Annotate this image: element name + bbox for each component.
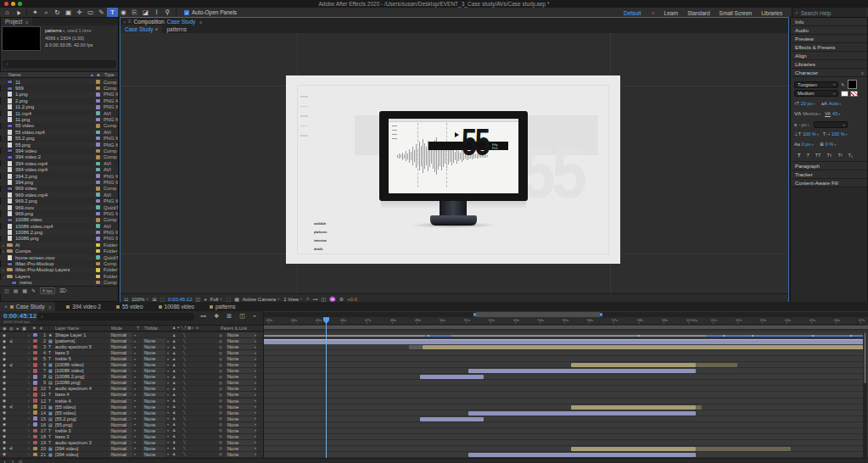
layer-bar[interactable] bbox=[571, 447, 696, 451]
workspace-learn[interactable]: Learn bbox=[664, 10, 679, 16]
twirl-icon[interactable]: › bbox=[28, 410, 30, 415]
layer-mode-select[interactable]: Normal bbox=[109, 344, 132, 349]
new-folder-icon[interactable]: ▤ bbox=[14, 287, 19, 293]
layer-bar[interactable] bbox=[706, 335, 865, 337]
project-item[interactable]: 55.2.pngPNG file bbox=[0, 136, 118, 142]
eye-icon[interactable]: ◉ bbox=[3, 339, 6, 343]
panel-section-libraries[interactable]: Libraries bbox=[791, 60, 867, 69]
grid-options-icon[interactable]: ⊞ bbox=[152, 296, 156, 302]
project-item[interactable]: 11.mp4AVI bbox=[0, 110, 118, 116]
tool-pen[interactable]: ✎ bbox=[96, 8, 107, 18]
project-item[interactable]: 969Comp bbox=[0, 85, 118, 91]
quality-switch-icon[interactable]: ╲ bbox=[183, 357, 186, 361]
layer-parent-select[interactable]: None bbox=[226, 350, 256, 355]
layer-label-swatch[interactable] bbox=[33, 363, 37, 367]
layer-trkmat-select[interactable]: None bbox=[143, 404, 165, 410]
collapse-switch-icon[interactable]: ♟ bbox=[172, 393, 176, 397]
quality-switch-icon[interactable]: ╲ bbox=[183, 351, 186, 355]
layer-mode-select[interactable]: Normal bbox=[109, 362, 132, 367]
project-item[interactable]: 11Comp bbox=[0, 79, 118, 85]
label-swatch[interactable] bbox=[96, 162, 100, 166]
eye-icon[interactable]: ◉ bbox=[3, 375, 6, 379]
layer-parent-select[interactable]: None bbox=[226, 356, 256, 361]
trash-icon[interactable]: ⌦ bbox=[59, 287, 66, 293]
layer-label-swatch[interactable] bbox=[33, 351, 37, 355]
quality-switch-icon[interactable]: ╲ bbox=[183, 452, 186, 456]
layer-mode-select[interactable]: Normal bbox=[109, 338, 132, 343]
layer-trkmat-select[interactable]: None bbox=[143, 344, 165, 349]
panel-section-paragraph[interactable]: Paragraph bbox=[791, 162, 867, 170]
collapse-switch-icon[interactable]: ♟ bbox=[172, 351, 176, 355]
parent-pickwhip-icon[interactable]: ◎ bbox=[219, 416, 222, 421]
tool-zoom[interactable]: ⌕ bbox=[41, 8, 52, 18]
tool-roto-brush[interactable]: ⌇ bbox=[151, 8, 162, 18]
faux-style-4[interactable]: T¹ bbox=[837, 153, 842, 158]
collapse-switch-icon[interactable]: ♟ bbox=[172, 369, 176, 373]
layer-mode-select[interactable]: Normal bbox=[109, 386, 132, 391]
project-item[interactable]: ⌄LayersFolder bbox=[0, 273, 118, 279]
layer-parent-select[interactable]: None bbox=[226, 434, 256, 439]
composition-canvas[interactable]: 55 55 FiftyFive availableplatf bbox=[286, 75, 620, 264]
composition-mini-flowchart-icon[interactable]: ⊶ bbox=[200, 313, 206, 320]
adjust-icon[interactable]: ✎ bbox=[31, 287, 36, 293]
quality-switch-icon[interactable]: ╲ bbox=[183, 363, 186, 367]
layer-mode-select[interactable]: Normal bbox=[109, 380, 132, 385]
workspace-standard[interactable]: Standard bbox=[687, 10, 709, 16]
tool-eraser[interactable]: ◪ bbox=[140, 8, 151, 18]
timeline-tab-55-video[interactable]: 55 video bbox=[112, 302, 148, 311]
dd[interactable]: ▾ bbox=[277, 297, 279, 301]
label-swatch[interactable] bbox=[96, 137, 100, 141]
layer-trkmat-select[interactable]: None bbox=[143, 350, 165, 355]
quality-switch-icon[interactable]: ╲ bbox=[183, 422, 186, 427]
twirl-icon[interactable]: › bbox=[28, 351, 30, 355]
layer-row[interactable]: ◉›8▤[10086.2.png]Normal▾None▾♟╲◎None▾ bbox=[0, 374, 263, 380]
collapse-switch-icon[interactable]: ♟ bbox=[172, 387, 176, 391]
layer-row[interactable]: ◉◂)›13▦[55 video]Normal▾None▾♟╲◎None▾ bbox=[0, 404, 263, 410]
tool-brush[interactable]: ◉ bbox=[118, 8, 129, 18]
parent-pickwhip-icon[interactable]: ◎ bbox=[219, 363, 222, 367]
label-swatch[interactable] bbox=[96, 174, 100, 178]
faux-style-5[interactable]: T₁ bbox=[848, 153, 853, 158]
panel-section-effects-presets[interactable]: Effects & Presets bbox=[791, 43, 867, 52]
layer-bar[interactable] bbox=[696, 447, 791, 451]
project-item[interactable]: 10086 video.mp4AVI bbox=[0, 223, 118, 229]
project-search-input[interactable]: ⌕ bbox=[3, 60, 116, 68]
layer-parent-select[interactable]: None bbox=[226, 404, 256, 410]
faux-style-2[interactable]: TT bbox=[815, 153, 821, 158]
label-swatch[interactable] bbox=[96, 111, 100, 115]
tool-pan-behind[interactable]: ✛ bbox=[74, 8, 85, 18]
collapse-switch-icon[interactable]: ♟ bbox=[172, 428, 176, 432]
draft-3d-icon[interactable]: ❖ bbox=[214, 313, 219, 320]
layer-row[interactable]: ◉›7▦[10086 video]Normal▾None▾♟╲◎None▾ bbox=[0, 368, 263, 374]
label-swatch[interactable] bbox=[96, 149, 100, 153]
parent-pickwhip-icon[interactable]: ◎ bbox=[219, 422, 222, 427]
twirl-icon[interactable]: › bbox=[28, 345, 30, 349]
project-item[interactable]: 55.pngPNG file bbox=[0, 142, 118, 148]
parent-pickwhip-icon[interactable]: ◎ bbox=[219, 399, 222, 403]
label-swatch[interactable] bbox=[96, 142, 100, 147]
label-swatch[interactable] bbox=[96, 218, 100, 222]
viewer-timecode[interactable]: 0:00:45:12 bbox=[168, 297, 192, 302]
eye-icon[interactable]: ◉ bbox=[3, 387, 6, 391]
parent-pickwhip-icon[interactable]: ◎ bbox=[219, 375, 222, 379]
project-item[interactable]: 969 video.mp4AVI bbox=[0, 192, 118, 198]
eye-icon[interactable]: ◉ bbox=[3, 452, 6, 456]
frame-blend-icon[interactable]: ◑ bbox=[11, 459, 14, 463]
layer-row[interactable]: ◉›19Taudio spectrum 3Normal▾None▾♟╲◎None… bbox=[0, 440, 263, 446]
layer-parent-select[interactable]: None bbox=[226, 362, 256, 367]
eye-icon[interactable]: ◉ bbox=[3, 369, 6, 373]
label-swatch[interactable] bbox=[96, 199, 100, 204]
keyframe-dot[interactable] bbox=[723, 335, 725, 337]
project-item[interactable]: 394.2.pngPNG file bbox=[0, 173, 118, 179]
eye-icon[interactable]: ◉ bbox=[3, 345, 6, 349]
eye-icon[interactable]: ◉ bbox=[3, 416, 6, 421]
layer-row[interactable]: ◉›16▤[55.png]Normal▾None▾♟╲◎None▾ bbox=[0, 422, 263, 428]
panel-section-align[interactable]: Align bbox=[791, 52, 867, 60]
layer-bar[interactable] bbox=[468, 369, 696, 373]
label-swatch[interactable] bbox=[96, 99, 100, 103]
dd[interactable]: ▾ bbox=[146, 297, 148, 301]
parent-pickwhip-icon[interactable]: ◎ bbox=[219, 351, 222, 355]
label-swatch[interactable] bbox=[96, 92, 100, 97]
parent-pickwhip-icon[interactable]: ◎ bbox=[219, 446, 222, 450]
layer-parent-select[interactable]: None bbox=[226, 344, 256, 349]
